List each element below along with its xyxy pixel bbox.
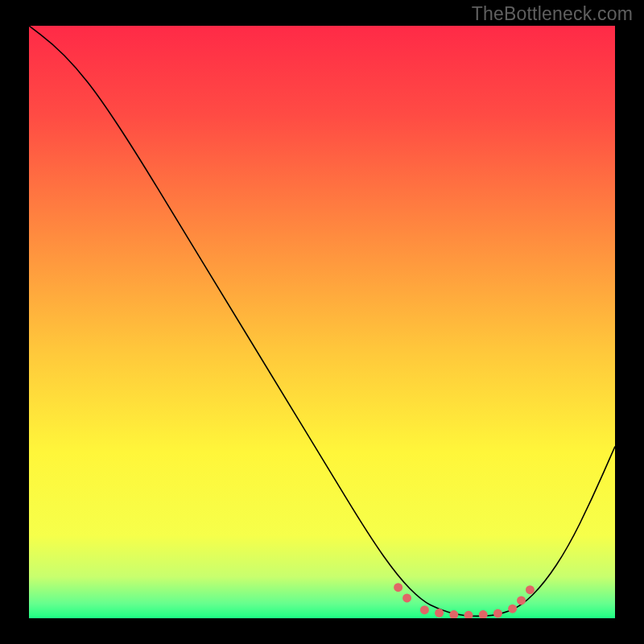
highlight-dot bbox=[435, 609, 444, 617]
chart-frame: TheBottleneck.com bbox=[0, 0, 644, 644]
highlight-dot bbox=[517, 596, 526, 605]
chart-svg bbox=[29, 26, 615, 618]
gradient-bg bbox=[29, 26, 615, 618]
highlight-dot bbox=[493, 609, 502, 618]
highlight-dot bbox=[526, 585, 535, 594]
highlight-dot bbox=[508, 605, 517, 613]
plot-area bbox=[29, 26, 615, 618]
highlight-dot bbox=[420, 605, 429, 614]
watermark-text: TheBottleneck.com bbox=[472, 3, 633, 25]
highlight-dot bbox=[402, 593, 411, 602]
highlight-dot bbox=[394, 583, 402, 592]
